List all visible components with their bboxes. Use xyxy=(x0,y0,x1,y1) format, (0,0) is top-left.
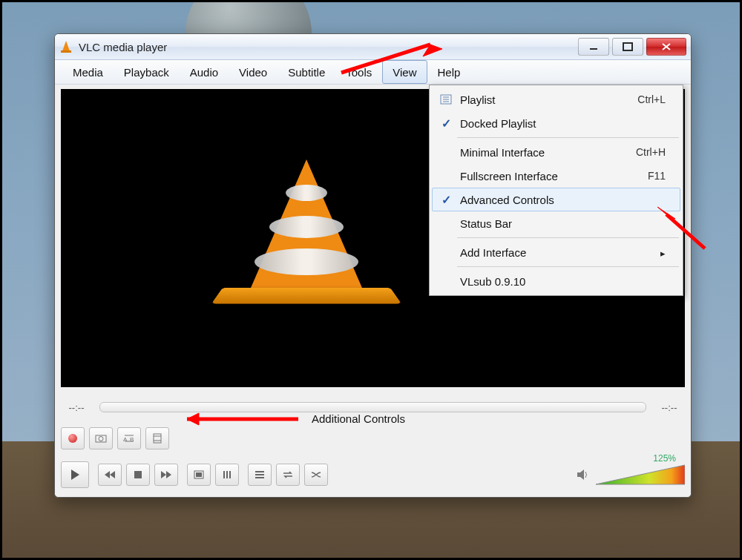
stop-icon xyxy=(134,470,142,479)
menu-help[interactable]: Help xyxy=(427,60,471,84)
svg-marker-29 xyxy=(577,470,584,480)
seek-slider[interactable] xyxy=(99,402,646,412)
svg-rect-22 xyxy=(196,472,202,477)
camera-icon xyxy=(95,434,107,443)
menu-subtitle[interactable]: Subtitle xyxy=(278,60,335,84)
previous-button[interactable] xyxy=(98,464,122,486)
svg-marker-19 xyxy=(161,471,166,478)
loop-button[interactable] xyxy=(276,464,300,486)
shuffle-icon xyxy=(310,470,322,479)
svg-text:B: B xyxy=(130,436,134,443)
skip-forward-icon xyxy=(160,470,172,479)
loop-ab-icon: AB xyxy=(122,433,136,444)
advanced-controls-row: AB xyxy=(61,426,685,451)
frame-by-frame-button[interactable] xyxy=(145,427,169,449)
snapshot-button[interactable] xyxy=(89,427,113,449)
menuitem-status-bar[interactable]: Status Bar xyxy=(432,211,680,235)
menu-playback[interactable]: Playback xyxy=(114,60,180,84)
window-controls xyxy=(578,38,686,56)
svg-rect-1 xyxy=(61,50,71,53)
time-remaining: --:-- xyxy=(654,402,685,413)
svg-marker-16 xyxy=(105,471,110,478)
volume-slider[interactable] xyxy=(596,464,685,486)
menuitem-advanced-controls[interactable]: Advanced Controls xyxy=(432,188,680,211)
next-button[interactable] xyxy=(154,464,178,486)
menu-audio[interactable]: Audio xyxy=(180,60,229,84)
speaker-icon xyxy=(577,469,590,481)
annotation-label-additional-controls: Additional Controls xyxy=(312,412,405,425)
menuitem-minimal-interface[interactable]: Minimal Interface Ctrl+H xyxy=(432,140,680,164)
menu-separator xyxy=(457,237,679,238)
main-controls-row: 125% xyxy=(61,458,685,491)
fullscreen-button[interactable] xyxy=(187,464,211,486)
menuitem-fullscreen-interface[interactable]: Fullscreen Interface F11 xyxy=(432,164,680,188)
vlc-cone-icon xyxy=(59,40,73,53)
loop-icon xyxy=(282,470,294,479)
menu-separator xyxy=(457,137,679,138)
svg-rect-12 xyxy=(154,434,161,443)
volume-percent: 125% xyxy=(653,453,676,464)
menuitem-add-interface[interactable]: Add Interface xyxy=(432,240,680,264)
svg-rect-18 xyxy=(134,471,142,478)
svg-marker-30 xyxy=(596,465,685,484)
svg-marker-0 xyxy=(62,41,70,51)
maximize-button[interactable] xyxy=(612,38,643,56)
svg-text:A: A xyxy=(123,436,128,443)
loop-ab-button[interactable]: AB xyxy=(117,427,141,449)
shuffle-button[interactable] xyxy=(304,464,328,486)
play-icon xyxy=(70,469,80,481)
check-icon xyxy=(436,116,456,131)
svg-marker-20 xyxy=(166,471,171,478)
record-icon xyxy=(68,434,77,443)
list-icon xyxy=(436,94,456,105)
svg-marker-17 xyxy=(110,471,115,478)
menu-separator xyxy=(457,266,679,267)
menuitem-vlsub[interactable]: VLsub 0.9.10 xyxy=(432,269,680,293)
menu-video[interactable]: Video xyxy=(229,60,278,84)
menu-view[interactable]: View xyxy=(382,60,427,84)
vlc-window: VLC media player Media Playback Audio Vi… xyxy=(54,33,692,498)
time-elapsed: --:-- xyxy=(61,402,92,413)
stop-button[interactable] xyxy=(126,464,150,486)
menu-media[interactable]: Media xyxy=(62,60,114,84)
menuitem-playlist[interactable]: Playlist Ctrl+L xyxy=(432,88,680,111)
playlist-button[interactable] xyxy=(248,464,272,486)
window-title: VLC media player xyxy=(79,41,578,53)
close-button[interactable] xyxy=(646,38,686,56)
view-dropdown: Playlist Ctrl+L Docked Playlist Minimal … xyxy=(429,85,683,296)
vlc-logo-icon xyxy=(240,149,373,312)
equalizer-icon xyxy=(222,470,232,480)
record-button[interactable] xyxy=(61,427,85,449)
play-button[interactable] xyxy=(61,461,89,488)
chevron-right-icon xyxy=(660,246,666,259)
menubar: Media Playback Audio Video Subtitle Tool… xyxy=(55,60,691,85)
minimize-button[interactable] xyxy=(578,38,609,56)
playlist-icon xyxy=(254,470,266,479)
extended-settings-button[interactable] xyxy=(215,464,239,486)
svg-point-9 xyxy=(99,437,103,441)
client-area: Playlist Ctrl+L Docked Playlist Minimal … xyxy=(55,85,691,498)
volume-control: 125% xyxy=(577,464,685,486)
check-icon xyxy=(436,193,456,207)
fullscreen-icon xyxy=(194,470,204,479)
menuitem-docked-playlist[interactable]: Docked Playlist xyxy=(432,111,680,135)
film-icon xyxy=(152,433,162,444)
svg-marker-15 xyxy=(71,470,79,480)
titlebar[interactable]: VLC media player xyxy=(55,34,691,60)
menu-tools[interactable]: Tools xyxy=(335,60,382,84)
skip-back-icon xyxy=(104,470,116,479)
